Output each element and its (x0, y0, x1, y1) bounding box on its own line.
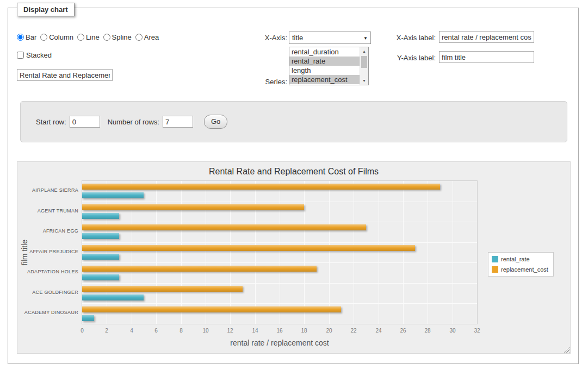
chart-type-radio-bar[interactable] (17, 34, 24, 41)
x-axis-label-input[interactable] (439, 31, 534, 43)
chart-type-option-spline[interactable]: Spline (103, 33, 132, 41)
x-tick-label: 6 (145, 328, 167, 334)
chart-type-option-bar[interactable]: Bar (17, 33, 36, 41)
gridline-vertical (280, 181, 280, 324)
chart-bar-replacement_cost (82, 224, 366, 230)
chart-type-radio-spline[interactable] (103, 34, 110, 41)
rows-panel: Start row: Number of rows: Go (20, 101, 567, 142)
stacked-checkbox[interactable] (17, 52, 24, 59)
chart-type-option-area[interactable]: Area (135, 33, 159, 41)
chart-legend: rental_rate replacement_cost (488, 252, 554, 277)
gridline-horizontal (82, 262, 477, 263)
legend-swatch (492, 256, 498, 262)
category-label: AFFAIR PREJUDICE (17, 242, 78, 262)
chart-bar-rental_rate (82, 192, 144, 198)
series-option-length[interactable]: length (289, 66, 368, 75)
x-tick-label: 16 (269, 328, 290, 334)
go-button[interactable]: Go (204, 115, 227, 129)
gridline-vertical (132, 181, 132, 324)
legend-item: replacement_cost (492, 266, 548, 273)
series-option-replacement-cost[interactable]: replacement_cost (289, 75, 368, 84)
series-select-label: Series: (244, 78, 287, 86)
legend-swatch (492, 266, 498, 273)
gridline-vertical (230, 181, 231, 324)
gridline-vertical (206, 181, 206, 324)
chart-bar-rental_rate (82, 254, 119, 260)
chart-title: Rental Rate and Replacement Cost of Film… (17, 167, 570, 177)
gridline-vertical (329, 181, 330, 324)
x-tick-label: 18 (293, 328, 315, 334)
x-tick-label: 24 (368, 328, 389, 334)
x-axis-title: rental rate / replacement cost (82, 338, 478, 347)
category-label: ACADEMY DINOSAUR (17, 303, 78, 323)
chart-type-label-spline: Spline (112, 33, 132, 41)
x-tick-label: 28 (417, 328, 438, 334)
x-tick-label: 4 (121, 328, 143, 334)
legend-item: rental_rate (492, 256, 548, 262)
chart-bar-rental_rate (82, 315, 94, 321)
chart-type-radio-line[interactable] (77, 34, 84, 41)
plot-area (82, 180, 478, 324)
x-tick-label: 26 (392, 328, 414, 334)
y-axis-label-caption: Y-Axis label: (362, 54, 436, 62)
category-label: AIRPLANE SIERRA (17, 180, 78, 201)
x-tick-label: 22 (343, 328, 364, 334)
category-label: ACE GOLDFINGER (17, 283, 78, 303)
gridline-horizontal (82, 242, 477, 243)
display-chart-panel: Display chart Bar Column Line Spline Are… (8, 8, 579, 364)
category-label: AGENT TRUMAN (17, 201, 78, 222)
chart-bar-replacement_cost (82, 204, 304, 210)
gridline-vertical (428, 181, 428, 324)
gridline-horizontal (82, 202, 477, 202)
x-tick-label: 32 (466, 328, 488, 334)
gridline-horizontal (82, 303, 477, 304)
gridline-vertical (181, 181, 182, 324)
chart-type-label-area: Area (144, 33, 159, 41)
chart-bar-rental_rate (82, 213, 119, 219)
stacked-option[interactable]: Stacked (17, 51, 52, 59)
gridline-horizontal (82, 283, 477, 284)
y-axis-label-input[interactable] (439, 51, 534, 63)
x-tick-label: 20 (318, 328, 340, 334)
chart-title-input[interactable] (17, 69, 113, 81)
x-axis-label-caption: X-Axis label: (362, 34, 436, 42)
legend-label: replacement_cost (501, 266, 548, 273)
chart-bar-rental_rate (82, 233, 119, 239)
x-axis-select-label: X-Axis: (244, 34, 287, 42)
chart-bar-replacement_cost (82, 306, 341, 312)
x-axis-select[interactable]: title ▼ (289, 32, 371, 44)
chart-type-radio-area[interactable] (135, 34, 143, 41)
x-tick-label: 30 (442, 328, 463, 334)
start-row-input[interactable] (70, 116, 100, 128)
category-label: ADAPTATION HOLES (17, 262, 78, 283)
scroll-down-icon[interactable]: ▼ (360, 77, 368, 85)
x-axis-selected-value: title (292, 34, 303, 42)
gridline-horizontal (82, 222, 477, 222)
gridline-vertical (379, 181, 379, 324)
series-option-rental-duration[interactable]: rental_duration (289, 47, 368, 57)
gridline-vertical (107, 181, 107, 324)
rows-panel-controls: Start row: Number of rows: Go (36, 115, 227, 129)
listbox-scrollbar[interactable]: ▲ ▼ (360, 47, 368, 85)
x-tick-label: 8 (170, 328, 192, 334)
series-listbox[interactable]: rental_duration rental_rate length repla… (289, 47, 369, 85)
chart-type-label-column: Column (49, 33, 73, 41)
stacked-label: Stacked (26, 51, 52, 59)
chart-type-radio-column[interactable] (40, 34, 47, 41)
chart-type-option-line[interactable]: Line (77, 33, 100, 41)
panel-legend: Display chart (17, 3, 75, 16)
chart-resize-handle[interactable] (562, 346, 570, 353)
category-label: AFRICAN EGG (17, 221, 78, 242)
x-tick-label: 14 (244, 328, 266, 334)
gridline-vertical (453, 181, 453, 324)
start-row-label: Start row: (36, 118, 66, 126)
chart-type-label-line: Line (86, 33, 100, 41)
x-tick-label: 2 (96, 328, 117, 334)
chart-bar-replacement_cost (82, 184, 440, 190)
num-rows-label: Number of rows: (108, 118, 159, 126)
chart-type-option-column[interactable]: Column (40, 33, 73, 41)
num-rows-input[interactable] (163, 116, 193, 128)
series-option-rental-rate[interactable]: rental_rate (289, 57, 368, 66)
chart-type-group: Bar Column Line Spline Area (17, 33, 163, 41)
chart-bar-replacement_cost (82, 286, 243, 292)
